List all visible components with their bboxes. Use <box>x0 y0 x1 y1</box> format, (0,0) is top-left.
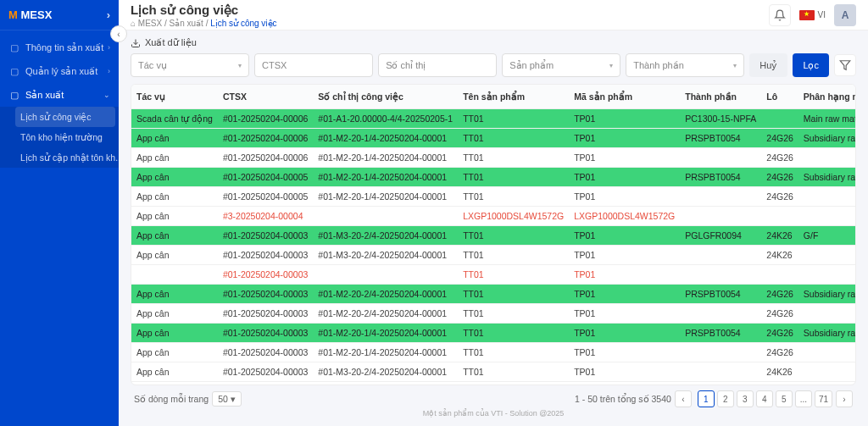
avatar[interactable]: A <box>834 4 856 26</box>
sidebar-item[interactable]: ▢Sản xuất⌄ <box>0 83 119 107</box>
col-header[interactable]: Thành phần <box>680 85 761 109</box>
sidebar: M MESX › ▢Thông tin sản xuất›▢Quản lý sả… <box>0 0 119 426</box>
filter-task[interactable]: Tác vụ▾ <box>131 53 249 77</box>
sidebar-subitem[interactable]: Lịch sử công việc <box>15 107 115 127</box>
filter-sochithi[interactable]: Số chỉ thị <box>378 53 497 77</box>
page-number[interactable]: ... <box>795 390 812 407</box>
table-row[interactable]: Scada cân tự động#01-20250204-00006#01-A… <box>131 109 856 129</box>
table-row[interactable]: App cân#01-20250204-00003#01-M3-20-2/4-2… <box>131 226 856 246</box>
chevron-right-icon: › <box>107 8 110 21</box>
table-row[interactable]: #01-20250204-00003TT01TP01Color <box>131 265 856 285</box>
data-table: Tác vụCTSXSố chỉ thị công việcTên sản ph… <box>131 84 856 385</box>
pagination: Số dòng mỗi trang 50 ▾ 1 - 50 trên tổng … <box>131 385 856 407</box>
language-selector[interactable]: VI <box>799 10 826 20</box>
header: Lịch sử công việc ⌂ MESX / Sản xuất / Lị… <box>119 0 868 30</box>
page-number[interactable]: 5 <box>776 390 793 407</box>
page-number[interactable]: 4 <box>756 390 773 407</box>
breadcrumb: ⌂ MESX / Sản xuất / Lịch sử công việc <box>131 19 277 28</box>
filter-sanpham[interactable]: Sản phẩm▾ <box>502 53 620 77</box>
per-page-select[interactable]: 50 ▾ <box>212 391 242 407</box>
table-row[interactable]: App cân#01-20250204-00005#01-M2-20-1/4-2… <box>131 168 856 187</box>
page-number[interactable]: 1 <box>698 390 715 407</box>
layers-icon: ▢ <box>8 89 20 101</box>
page-next[interactable]: › <box>836 390 853 407</box>
table-row[interactable]: App cân#01-20250204-00003#01-M2-20-2/4-2… <box>131 304 856 324</box>
sidebar-subitem[interactable]: Lịch sử cập nhật tôn kh... <box>12 147 119 168</box>
table-row[interactable]: App cân#01-20250204-00005#01-M2-20-1/4-2… <box>131 187 856 207</box>
filter-bar: Tác vụ▾ CTSX Số chỉ thị Sản phẩm▾ Thành … <box>131 53 856 77</box>
sidebar-subitem[interactable]: Tôn kho hiện trường <box>12 127 119 147</box>
page-number[interactable]: 71 <box>815 390 832 407</box>
table-row[interactable]: App cân#01-20250204-00003#01-M2-20-1/4-2… <box>131 343 856 362</box>
page-title: Lịch sử công việc <box>131 3 277 18</box>
bell-icon[interactable] <box>769 4 791 26</box>
table-row[interactable]: App cân#01-20250204-00003#01-M2-20-2/4-2… <box>131 285 856 304</box>
col-header[interactable]: Phân hạng mục <box>798 85 856 109</box>
filter-ctsx[interactable]: CTSX <box>254 53 373 77</box>
table-row[interactable]: App cân#01-20250204-00006#01-M2-20-1/4-2… <box>131 148 856 168</box>
sidebar-item[interactable]: ▢Quản lý sản xuất› <box>0 59 119 83</box>
col-header[interactable]: Tên sản phẩm <box>458 85 569 109</box>
gear-icon: ▢ <box>8 65 20 77</box>
page-number[interactable]: 2 <box>717 390 734 407</box>
collapse-sidebar-button[interactable]: ‹ <box>110 25 127 42</box>
page-prev[interactable]: ‹ <box>675 390 692 407</box>
table-row[interactable]: App cân#01-20250204-00003#01-M3-20-2/4-2… <box>131 246 856 265</box>
filter-settings-icon[interactable] <box>834 54 856 76</box>
credit: Một sản phẩm của VTI - Solution @2025 <box>131 407 856 419</box>
table-row[interactable]: App cân#01-20250204-00003#01-M2-20-1/4-2… <box>131 324 856 343</box>
col-header[interactable]: Lô <box>761 85 798 109</box>
table-row[interactable]: App cân#3-20250204-00004LXGP1000DSL4W157… <box>131 207 856 226</box>
brand[interactable]: M MESX › <box>0 0 119 30</box>
table-row[interactable]: App cân#01-20250204-00006#01-M2-20-1/4-2… <box>131 129 856 148</box>
filter-thanhphan[interactable]: Thành phần▾ <box>626 53 744 77</box>
col-header[interactable]: Số chỉ thị công việc <box>313 85 458 109</box>
col-header[interactable]: Mã sản phẩm <box>569 85 680 109</box>
cancel-button[interactable]: Huỷ <box>749 53 787 77</box>
page-number[interactable]: 3 <box>737 390 754 407</box>
col-header[interactable]: Tác vụ <box>131 85 218 109</box>
filter-button[interactable]: Lọc <box>793 53 829 77</box>
table-row[interactable]: App cân#01-20250204-00003#01-M3-20-2/4-2… <box>131 362 856 382</box>
col-header[interactable]: CTSX <box>218 85 313 109</box>
cube-icon: ▢ <box>8 41 20 53</box>
sidebar-item[interactable]: ▢Thông tin sản xuất› <box>0 36 119 59</box>
export-button[interactable]: Xuất dữ liệu <box>131 37 856 48</box>
flag-icon <box>799 10 815 20</box>
